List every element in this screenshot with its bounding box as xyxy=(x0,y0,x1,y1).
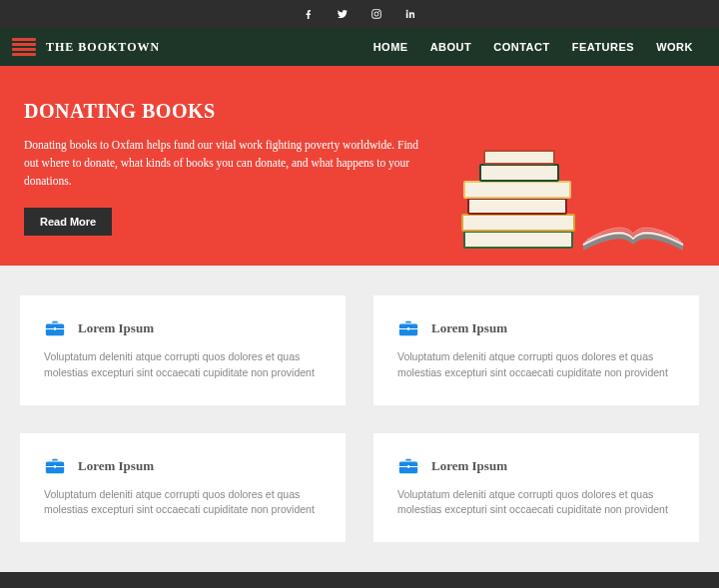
feature-card: Lorem Ipsum Voluptatum deleniti atque co… xyxy=(20,433,346,543)
card-text: Voluptatum deleniti atque corrupti quos … xyxy=(44,349,322,381)
nav-features[interactable]: FEATURES xyxy=(572,41,634,53)
card-title: Lorem Ipsum xyxy=(431,320,507,336)
card-text: Voluptatum deleniti atque corrupti quos … xyxy=(397,487,675,519)
read-more-button[interactable]: Read More xyxy=(24,208,112,236)
twitter-icon[interactable] xyxy=(337,8,349,20)
feature-card: Lorem Ipsum Voluptatum deleniti atque co… xyxy=(373,295,699,405)
briefcase-icon xyxy=(44,317,66,339)
logo-icon xyxy=(12,38,36,56)
linkedin-icon[interactable] xyxy=(404,8,416,20)
feature-card: Lorem Ipsum Voluptatum deleniti atque co… xyxy=(373,433,699,543)
facebook-icon[interactable] xyxy=(303,8,315,20)
top-social-bar xyxy=(0,0,719,28)
nav-work[interactable]: WORK xyxy=(656,41,693,53)
card-title: Lorem Ipsum xyxy=(431,458,507,474)
svg-rect-11 xyxy=(485,152,553,163)
hero: DONATING BOOKS Donating books to Oxfam h… xyxy=(0,66,719,266)
card-text: Voluptatum deleniti atque corrupti quos … xyxy=(44,487,322,519)
nav-links: HOME ABOUT CONTACT FEATURES WORK xyxy=(373,41,693,53)
card-title: Lorem Ipsum xyxy=(78,458,154,474)
nav-about[interactable]: ABOUT xyxy=(430,41,472,53)
hero-text: Donating books to Oxfam helps fund our v… xyxy=(24,137,433,190)
briefcase-icon xyxy=(397,455,419,477)
briefcase-icon xyxy=(44,455,66,477)
main-nav: THE BOOKTOWN HOME ABOUT CONTACT FEATURES… xyxy=(0,28,719,66)
card-text: Voluptatum deleniti atque corrupti quos … xyxy=(397,349,675,381)
hero-books-image xyxy=(433,136,693,266)
nav-home[interactable]: HOME xyxy=(373,41,408,53)
briefcase-icon xyxy=(397,317,419,339)
footer: © 2024 ITI. All rights reserved. xyxy=(0,572,719,588)
instagram-icon[interactable] xyxy=(370,8,382,20)
brand[interactable]: THE BOOKTOWN xyxy=(12,38,160,56)
svg-rect-9 xyxy=(465,183,569,197)
svg-rect-10 xyxy=(481,166,557,180)
brand-name: THE BOOKTOWN xyxy=(46,40,160,55)
svg-rect-7 xyxy=(463,216,573,230)
feature-card: Lorem Ipsum Voluptatum deleniti atque co… xyxy=(20,295,346,405)
nav-contact[interactable]: CONTACT xyxy=(493,41,549,53)
svg-rect-6 xyxy=(465,233,571,247)
hero-title: DONATING BOOKS xyxy=(24,100,433,123)
card-title: Lorem Ipsum xyxy=(78,320,154,336)
features-section: Lorem Ipsum Voluptatum deleniti atque co… xyxy=(0,266,719,572)
svg-rect-8 xyxy=(469,200,565,213)
